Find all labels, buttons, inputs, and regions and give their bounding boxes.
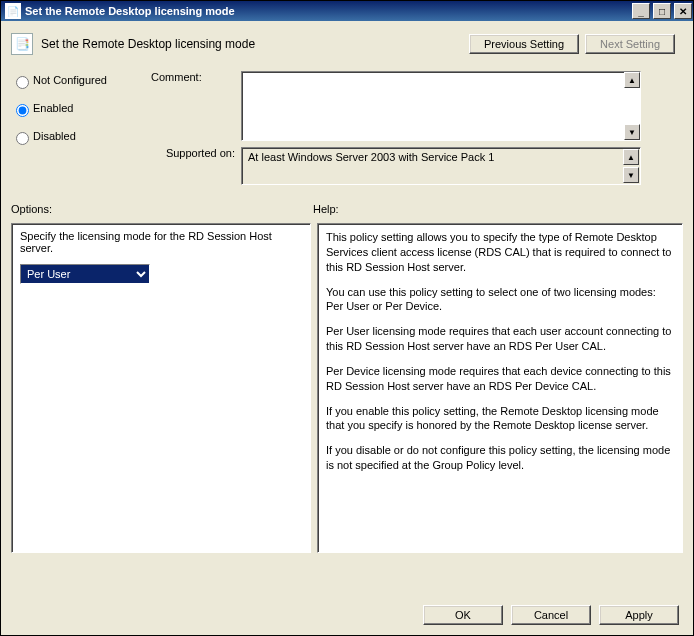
help-text: Per User licensing mode requires that ea… <box>326 324 674 354</box>
policy-icon: 📑 <box>11 33 33 55</box>
scroll-down-icon[interactable]: ▼ <box>624 124 640 140</box>
options-section-label: Options: <box>11 203 313 215</box>
ok-button[interactable]: OK <box>423 605 503 625</box>
apply-button[interactable]: Apply <box>599 605 679 625</box>
radio-enabled-input[interactable] <box>16 104 29 117</box>
supported-on-label: Supported on: <box>151 147 241 159</box>
radio-enabled[interactable]: Enabled <box>11 101 131 117</box>
radio-not-configured-input[interactable] <box>16 76 29 89</box>
help-pane: This policy setting allows you to specif… <box>317 223 683 553</box>
scroll-up-icon[interactable]: ▲ <box>624 72 640 88</box>
licensing-mode-select[interactable]: Per User <box>20 264 150 284</box>
help-text: If you disable or do not configure this … <box>326 443 674 473</box>
previous-setting-button[interactable]: Previous Setting <box>469 34 579 54</box>
minimize-button[interactable]: _ <box>632 3 650 19</box>
comment-textarea[interactable] <box>241 71 641 141</box>
maximize-button[interactable]: □ <box>653 3 671 19</box>
cancel-button[interactable]: Cancel <box>511 605 591 625</box>
help-section-label: Help: <box>313 203 339 215</box>
close-button[interactable]: ✕ <box>674 3 692 19</box>
scroll-down-icon[interactable]: ▼ <box>623 167 639 183</box>
options-prompt: Specify the licensing mode for the RD Se… <box>20 230 302 254</box>
title-bar[interactable]: 📄 Set the Remote Desktop licensing mode … <box>1 1 693 21</box>
supported-on-box: At least Windows Server 2003 with Servic… <box>241 147 641 185</box>
policy-title: Set the Remote Desktop licensing mode <box>41 37 255 51</box>
scroll-up-icon[interactable]: ▲ <box>623 149 639 165</box>
next-setting-button[interactable]: Next Setting <box>585 34 675 54</box>
state-radio-group: Not Configured Enabled Disabled <box>11 71 131 157</box>
options-pane: Specify the licensing mode for the RD Se… <box>11 223 311 553</box>
window-icon: 📄 <box>5 3 21 19</box>
radio-not-configured[interactable]: Not Configured <box>11 73 131 89</box>
help-text: You can use this policy setting to selec… <box>326 285 674 315</box>
help-text: If you enable this policy setting, the R… <box>326 404 674 434</box>
radio-disabled-input[interactable] <box>16 132 29 145</box>
comment-label: Comment: <box>151 71 241 83</box>
help-text: Per Device licensing mode requires that … <box>326 364 674 394</box>
window-title: Set the Remote Desktop licensing mode <box>25 5 235 17</box>
help-text: This policy setting allows you to specif… <box>326 230 674 275</box>
supported-on-value: At least Windows Server 2003 with Servic… <box>248 151 494 163</box>
radio-disabled[interactable]: Disabled <box>11 129 131 145</box>
